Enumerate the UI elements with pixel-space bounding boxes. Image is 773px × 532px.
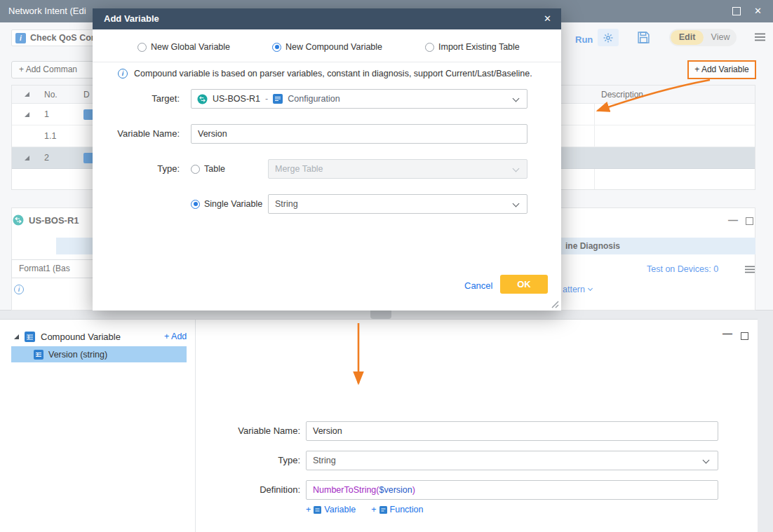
panel-divider: [195, 320, 196, 532]
radio-label: New Global Variable: [151, 42, 230, 52]
paren-token: ): [412, 485, 415, 495]
panel-splitter-handle[interactable]: [370, 311, 391, 319]
add-variable-dialog: Add Variable ✕ New Global Variable New C…: [93, 8, 561, 311]
chevron-down-icon: [513, 200, 520, 207]
definition-expression: NumberToString( $version ): [313, 481, 415, 499]
radio-icon: [137, 43, 147, 52]
chevron-down-icon: [703, 457, 710, 464]
tree-item-label: Version (string): [48, 350, 107, 360]
tree-item-version-selected[interactable]: Version (string): [11, 346, 187, 362]
annotation-arrow: [349, 320, 370, 397]
single-type-select[interactable]: String: [268, 194, 527, 214]
dialog-titlebar: Add Variable ✕: [93, 8, 561, 29]
definition-label: Definition:: [203, 480, 300, 500]
type-label: Type:: [93, 159, 180, 179]
tree-node-compound-variable[interactable]: Compound Variable: [11, 328, 187, 345]
dialog-info-row: i Compound variable is based on parser v…: [118, 69, 553, 79]
link-label: Function: [390, 505, 424, 514]
device-icon: [197, 94, 208, 104]
target-label: Target:: [93, 89, 180, 109]
variable-icon: [314, 506, 321, 514]
compound-variable-icon: [25, 332, 35, 342]
chevron-down-icon: [513, 165, 520, 172]
panel-maximize-icon[interactable]: [741, 332, 748, 340]
compound-variable-panel: Compound Variable + Add Version (string)…: [0, 319, 758, 532]
expander-icon[interactable]: [14, 334, 19, 339]
plus-sign: +: [306, 505, 311, 514]
radio-label: Table: [204, 164, 225, 174]
variable-name-label: Variable Name:: [203, 421, 300, 441]
radio-label: Single Variable: [204, 199, 262, 209]
resize-handle[interactable]: [551, 300, 559, 308]
divider: [93, 62, 561, 62]
variable-name-input[interactable]: Version: [306, 421, 718, 441]
radio-icon: [425, 43, 434, 52]
configuration-icon: [273, 94, 283, 104]
screen: Network Intent (Edi ✕ i Check QoS Confi …: [0, 0, 773, 532]
variable-icon: [34, 350, 43, 360]
dialog-title: Add Variable: [104, 8, 159, 29]
radio-icon: [191, 165, 200, 174]
radio-selected-icon: [272, 43, 281, 52]
cancel-button[interactable]: Cancel: [464, 280, 492, 291]
merge-table-select-disabled: Merge Table: [268, 159, 527, 179]
radio-selected-icon: [191, 200, 200, 209]
variable-name-value: Version: [313, 422, 342, 440]
radio-label: Import Existing Table: [438, 42, 520, 52]
type-select[interactable]: String: [306, 451, 718, 470]
definition-input[interactable]: NumberToString( $version ): [306, 480, 718, 500]
radio-label: New Compound Variable: [285, 42, 382, 52]
target-select[interactable]: US-BOS-R1 - Configuration: [191, 89, 527, 109]
add-function-token-link[interactable]: + Function: [371, 505, 423, 514]
type-value: String: [313, 451, 336, 470]
type-label: Type:: [203, 451, 300, 470]
target-device: US-BOS-R1: [213, 94, 260, 104]
definition-actions: + Variable + Function: [306, 503, 424, 516]
radio-single-variable[interactable]: Single Variable: [191, 194, 262, 214]
variable-name-input[interactable]: Version: [191, 124, 527, 144]
annotation-arrow: [581, 74, 721, 125]
radio-table[interactable]: Table: [191, 159, 225, 179]
info-circle-icon: i: [118, 69, 128, 79]
variable-name-value: Version: [198, 125, 227, 143]
ok-button[interactable]: OK: [500, 275, 548, 294]
add-variable-token-link[interactable]: + Variable: [306, 505, 356, 514]
tree-add-link[interactable]: + Add: [164, 328, 187, 345]
function-token: NumberToString(: [313, 485, 379, 495]
dialog-info-text: Compound variable is based on parser var…: [134, 69, 532, 79]
target-source: Configuration: [288, 94, 340, 104]
target-separator: -: [265, 94, 268, 104]
tree-node-label: Compound Variable: [41, 332, 121, 342]
plus-sign: +: [371, 505, 376, 514]
variable-name-label: Variable Name:: [93, 124, 180, 144]
merge-table-placeholder: Merge Table: [275, 160, 323, 178]
link-label: Variable: [324, 505, 356, 514]
chevron-down-icon: [513, 95, 520, 102]
variable-token: $version: [379, 485, 412, 495]
function-icon: [379, 506, 387, 514]
panel-minimize-icon[interactable]: —: [722, 328, 732, 339]
radio-import-existing-table[interactable]: Import Existing Table: [425, 42, 520, 52]
radio-new-global-variable[interactable]: New Global Variable: [137, 42, 230, 52]
single-type-value: String: [275, 195, 298, 213]
radio-new-compound-variable[interactable]: New Compound Variable: [272, 42, 382, 52]
dialog-close-icon[interactable]: ✕: [544, 8, 551, 29]
